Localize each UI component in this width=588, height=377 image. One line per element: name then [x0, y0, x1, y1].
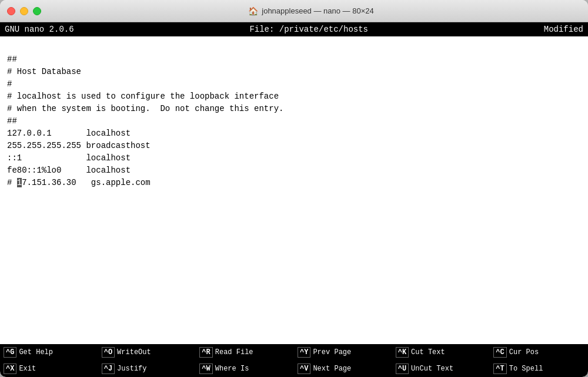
- titlebar: 🏠 johnappleseed — nano — 80×24: [0, 0, 588, 22]
- label-cur-pos: Cur Pos: [509, 348, 539, 356]
- nano-version: GNU nano 2.0.6: [5, 25, 74, 34]
- editor-line-1: ## # Host Database # # localhost is used…: [7, 55, 283, 187]
- minimize-button[interactable]: [20, 7, 28, 15]
- key-where-is: ^W: [199, 363, 212, 374]
- title-text: johnappleseed — nano — 80×24: [262, 6, 373, 15]
- footer-item-to-spell[interactable]: ^T To Spell: [490, 362, 588, 375]
- label-next-page: Next Page: [313, 365, 351, 373]
- label-prev-page: Prev Page: [313, 348, 351, 356]
- key-justify: ^J: [102, 363, 115, 374]
- key-next-page: ^V: [298, 363, 310, 374]
- nano-content: GNU nano 2.0.6 File: /private/etc/hosts …: [0, 22, 588, 377]
- key-writeout: ^O: [102, 347, 115, 358]
- nano-file: File: /private/etc/hosts: [249, 25, 368, 34]
- key-get-help: ^G: [4, 347, 16, 358]
- label-read-file: Read File: [215, 348, 253, 356]
- footer-row-2: ^X Exit ^J Justify ^W Where Is ^V Next P…: [0, 361, 588, 377]
- key-prev-page: ^Y: [298, 347, 310, 358]
- key-exit: ^X: [4, 363, 16, 374]
- footer-item-cut-text[interactable]: ^K Cut Text: [392, 346, 490, 359]
- key-to-spell: ^T: [493, 363, 506, 374]
- footer-item-prev-page[interactable]: ^Y Prev Page: [294, 346, 392, 359]
- maximize-button[interactable]: [33, 7, 41, 15]
- footer-item-writeout[interactable]: ^O WriteOut: [98, 346, 196, 359]
- label-get-help: Get Help: [19, 348, 53, 356]
- label-where-is: Where Is: [215, 365, 249, 373]
- key-cur-pos: ^C: [493, 347, 506, 358]
- footer-item-justify[interactable]: ^J Justify: [98, 362, 196, 375]
- label-justify: Justify: [117, 365, 146, 373]
- home-icon: 🏠: [248, 6, 258, 16]
- key-uncut-text: ^U: [396, 363, 409, 374]
- footer-item-where-is[interactable]: ^W Where Is: [196, 362, 294, 375]
- nano-header: GNU nano 2.0.6 File: /private/etc/hosts …: [0, 22, 588, 36]
- traffic-lights: [7, 7, 41, 15]
- label-uncut-text: UnCut Text: [411, 365, 453, 373]
- footer-item-read-file[interactable]: ^R Read File: [196, 346, 294, 359]
- close-button[interactable]: [7, 7, 15, 15]
- terminal-window: 🏠 johnappleseed — nano — 80×24 GNU nano …: [0, 0, 588, 377]
- label-to-spell: To Spell: [509, 365, 543, 373]
- cursor: 1: [17, 178, 22, 187]
- footer-item-uncut-text[interactable]: ^U UnCut Text: [392, 362, 490, 375]
- footer-row-1: ^G Get Help ^O WriteOut ^R Read File ^Y …: [0, 344, 588, 361]
- footer-item-exit[interactable]: ^X Exit: [0, 362, 98, 375]
- nano-status: Modified: [544, 25, 583, 34]
- label-cut-text: Cut Text: [411, 348, 445, 356]
- window-title: 🏠 johnappleseed — nano — 80×24: [41, 6, 581, 16]
- label-writeout: WriteOut: [117, 348, 151, 356]
- footer-item-cur-pos[interactable]: ^C Cur Pos: [490, 346, 588, 359]
- nano-editor[interactable]: ## # Host Database # # localhost is used…: [0, 36, 588, 344]
- footer-item-next-page[interactable]: ^V Next Page: [294, 362, 392, 375]
- footer-item-get-help[interactable]: ^G Get Help: [0, 346, 98, 359]
- key-read-file: ^R: [199, 347, 212, 358]
- nano-footer: ^G Get Help ^O WriteOut ^R Read File ^Y …: [0, 344, 588, 377]
- label-exit: Exit: [19, 365, 36, 373]
- key-cut-text: ^K: [396, 347, 409, 358]
